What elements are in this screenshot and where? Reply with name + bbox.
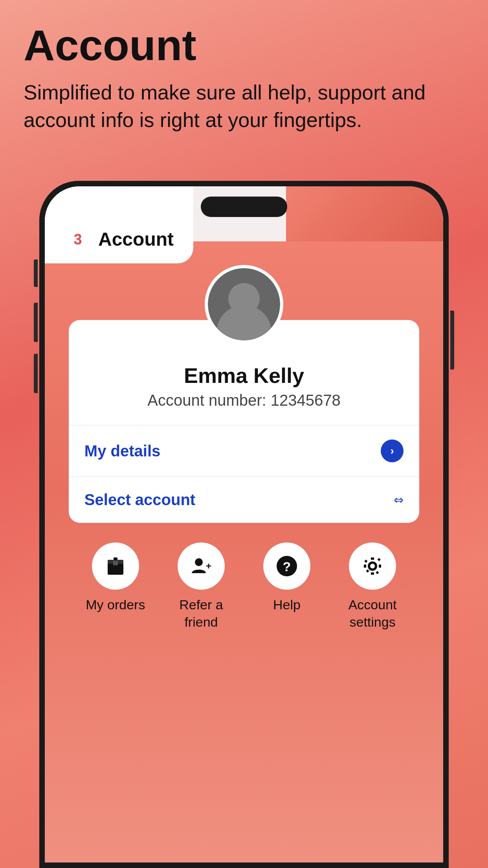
page-header: Account Simplified to make sure all help… — [24, 24, 464, 134]
select-account-row[interactable]: Select account ⇔ — [84, 477, 404, 523]
nav-tab[interactable]: 3 Account — [45, 186, 193, 263]
page-subtitle: Simplified to make sure all help, suppor… — [24, 79, 464, 134]
my-orders-label: My orders — [86, 596, 145, 613]
volume-up-button — [34, 303, 38, 342]
menu-item-my-orders[interactable]: My orders — [84, 542, 147, 613]
page-title: Account — [24, 24, 464, 67]
user-name: Emma Kelly — [84, 363, 404, 388]
my-details-icon-circle: › — [381, 440, 404, 462]
account-settings-icon-circle — [349, 542, 396, 590]
svg-text:3: 3 — [73, 231, 82, 248]
svg-point-10 — [370, 564, 375, 568]
nav-bg — [286, 186, 443, 241]
account-settings-label: Account settings — [341, 596, 404, 631]
select-account-label: Select account — [84, 491, 195, 509]
bottom-menu: My orders + Refer a friend — [69, 542, 419, 631]
svg-rect-5 — [114, 557, 117, 561]
help-icon-circle: ? — [263, 542, 310, 590]
phone-screen: 3 Account Emma Kelly Account number: 123… — [45, 186, 443, 862]
svg-text:?: ? — [283, 559, 291, 574]
avatar-body — [216, 305, 272, 340]
account-number: Account number: 12345678 — [84, 392, 404, 409]
three-logo-icon: 3 — [64, 226, 91, 252]
svg-rect-4 — [113, 560, 118, 565]
my-details-row[interactable]: My details › — [84, 425, 404, 476]
package-icon — [104, 554, 127, 578]
menu-item-help[interactable]: ? Help — [255, 542, 318, 613]
nav-tab-label: Account — [98, 228, 174, 250]
power-button — [450, 311, 454, 370]
my-orders-icon-circle — [92, 542, 139, 590]
svg-text:+: + — [206, 561, 211, 571]
content-area: Emma Kelly Account number: 12345678 My d… — [45, 241, 443, 862]
swap-icon: ⇔ — [394, 493, 404, 507]
my-details-label: My details — [84, 442, 160, 460]
phone-frame: 3 Account Emma Kelly Account number: 123… — [39, 181, 449, 868]
menu-item-account-settings[interactable]: Account settings — [341, 542, 404, 631]
chevron-right-icon: › — [390, 445, 394, 456]
refer-icon: + — [189, 554, 213, 578]
refer-friend-icon-circle: + — [178, 542, 225, 590]
svg-point-6 — [195, 558, 203, 566]
volume-down-button — [34, 354, 38, 393]
help-label: Help — [273, 596, 301, 613]
avatar — [205, 265, 283, 344]
user-card: Emma Kelly Account number: 12345678 My d… — [69, 320, 419, 523]
volume-mute-button — [34, 259, 38, 287]
dynamic-island — [201, 197, 287, 217]
refer-friend-label: Refer a friend — [170, 596, 233, 631]
menu-item-refer-friend[interactable]: + Refer a friend — [170, 542, 233, 631]
gear-icon — [361, 554, 384, 578]
help-icon: ? — [275, 554, 299, 578]
